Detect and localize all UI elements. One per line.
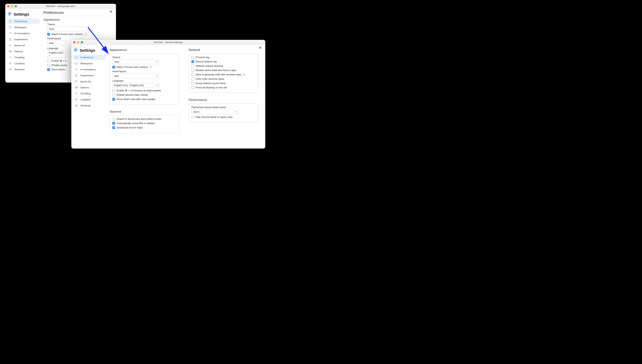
js-maps-row[interactable]: JavaScript source maps — [112, 126, 176, 129]
nav-throttling[interactable]: Throttling — [7, 55, 40, 60]
theme-select[interactable]: Auto ▼ — [47, 26, 92, 31]
nav-label: Throttling — [80, 92, 91, 95]
nav-label: AI innovations — [80, 68, 96, 71]
flame-select[interactable]: Zoom ▼ — [191, 110, 239, 114]
folder-icon — [75, 62, 78, 65]
checkbox[interactable] — [47, 60, 50, 62]
color-code-label: Color-code resource types — [196, 78, 224, 80]
nav-shortcuts[interactable]: Shortcuts — [7, 67, 40, 72]
disable-pause-row[interactable]: Disable paused state overlay — [112, 94, 176, 96]
nav-shortcuts[interactable]: Shortcuts — [73, 103, 106, 108]
checkbox-checked[interactable] — [191, 60, 194, 63]
checkbox[interactable] — [191, 116, 194, 118]
enable-shortcut-label: Enable ⌘ + 1- — [51, 60, 67, 62]
nav-devices[interactable]: Devices — [73, 85, 106, 90]
gear-icon — [9, 20, 12, 23]
settings-title: Settings — [14, 12, 29, 16]
checkbox-checked[interactable] — [112, 122, 115, 125]
preserve-log-row[interactable]: Preserve log — [191, 56, 256, 59]
pin-icon — [9, 62, 12, 65]
force-adblock-row[interactable]: Force ad blocking on this site — [191, 86, 256, 89]
svg-point-1 — [9, 13, 10, 14]
request-blocking-row[interactable]: Network request blocking — [191, 64, 256, 67]
checkbox[interactable] — [191, 82, 194, 84]
checkbox-checked[interactable] — [47, 68, 50, 71]
theme-value: Auto — [114, 60, 119, 63]
language-select[interactable]: English (US) - I — [47, 50, 66, 58]
minimize-dot[interactable] — [77, 41, 79, 44]
sources-title: Sources — [110, 110, 179, 114]
checkbox[interactable] — [191, 78, 194, 80]
flame-value: Zoom — [193, 110, 199, 113]
close-dot[interactable] — [7, 5, 10, 7]
nav-label: Experiments — [80, 74, 94, 77]
zoom-dot[interactable] — [81, 41, 83, 44]
disable-pause-label: Disable pause — [51, 64, 67, 66]
nav-ai[interactable]: AI innovations — [7, 31, 40, 36]
nav-experiments[interactable]: Experiments — [73, 73, 106, 78]
nav-devices[interactable]: Devices — [7, 49, 40, 54]
nav-throttling[interactable]: Throttling — [73, 91, 106, 96]
nav-locations[interactable]: Locations — [7, 61, 40, 66]
group-frame-row[interactable]: Group network log by frame — [191, 82, 256, 84]
panel-layout-select[interactable]: auto — [47, 40, 66, 45]
nav-preferences[interactable]: Preferences — [7, 18, 40, 24]
disable-cache-row[interactable]: Disable cache while DevTools is open — [191, 69, 256, 72]
titlebar[interactable]: DevTools - chrome://settings/ — [71, 40, 265, 45]
left-column: Appearance Theme: Auto ▼ Match Chrome co… — [110, 47, 179, 133]
theme-select[interactable]: Auto ▼ — [112, 60, 159, 64]
nav-label: Shortcuts — [80, 104, 91, 107]
traffic-lights[interactable] — [73, 41, 83, 44]
close-dot[interactable] — [73, 41, 76, 44]
performance-card: Flamechart mouse wheel action: Zoom ▼ Hi… — [189, 104, 258, 122]
devtools-logo-icon — [74, 48, 78, 53]
auto-reveal-row[interactable]: Automatically reveal files in sidebar — [112, 122, 176, 125]
nav-preferences[interactable]: Preferences — [73, 55, 106, 60]
settings-sidebar: Settings Preferences Workspace AI innova… — [5, 9, 40, 82]
checkbox-checked[interactable] — [47, 33, 50, 36]
language-select[interactable]: English (US) - English (US) ▼ — [112, 83, 159, 88]
checkbox[interactable] — [191, 86, 194, 89]
record-log-row[interactable]: Record network log — [191, 60, 256, 63]
minimize-dot[interactable] — [11, 5, 13, 7]
traffic-lights[interactable] — [7, 5, 17, 7]
hide-chrome-frame-row[interactable]: Hide chrome frame in Layers view — [191, 116, 256, 118]
help-icon[interactable] — [149, 66, 152, 68]
nav-locations[interactable]: Locations — [73, 97, 106, 102]
checkbox[interactable] — [47, 64, 50, 66]
checkbox[interactable] — [191, 56, 194, 59]
enable-shortcut-row[interactable]: Enable ⌘ + 1-9 shortcut to switch panels — [112, 89, 176, 92]
search-anon-row[interactable]: Search in anonymous and content scripts — [112, 118, 176, 120]
checkbox-checked[interactable] — [112, 66, 115, 68]
titlebar[interactable]: DevTools - www.google.com/ — [5, 4, 116, 9]
panel-layout-select[interactable]: auto ▼ — [112, 74, 159, 78]
appearance-card: Theme: Auto ▼ Match Chrome color scheme … — [110, 54, 179, 104]
checkbox[interactable] — [112, 89, 115, 92]
match-chrome-row[interactable]: Match Chrome color scheme — [112, 66, 176, 68]
checkbox-checked[interactable] — [112, 126, 115, 129]
nav-workspace[interactable]: Workspace — [73, 61, 106, 66]
match-chrome-row[interactable]: Match Chrome color scheme — [47, 33, 113, 36]
main-panel: ✕ Appearance Theme: Auto ▼ Match Chrome … — [106, 45, 265, 148]
checkbox[interactable] — [112, 94, 115, 96]
nav-experiments[interactable]: Experiments — [7, 37, 40, 42]
group-frame-label: Group network log by frame — [196, 82, 226, 84]
har-sensitive-row[interactable]: Allow to generate HAR with sensitive dat… — [191, 73, 256, 76]
help-icon[interactable] — [243, 73, 245, 76]
checkbox[interactable] — [191, 73, 194, 76]
checkbox[interactable] — [191, 65, 194, 67]
close-icon[interactable]: ✕ — [259, 46, 262, 50]
nav-ignore[interactable]: Ignore list — [73, 79, 106, 84]
zoom-dot[interactable] — [15, 5, 17, 7]
help-icon[interactable] — [84, 33, 87, 36]
checkbox-checked[interactable] — [112, 98, 115, 100]
checkbox[interactable] — [112, 118, 115, 120]
nav-ai[interactable]: AI innovations — [73, 67, 106, 72]
show-whats-new-row[interactable]: Show what's new after each update — [112, 98, 176, 100]
color-code-row[interactable]: Color-code resource types — [191, 78, 256, 80]
close-icon[interactable]: ✕ — [109, 10, 113, 14]
svg-rect-13 — [75, 105, 77, 106]
nav-ignore[interactable]: Ignore list — [7, 43, 40, 48]
nav-workspace[interactable]: Workspace — [7, 25, 40, 30]
checkbox[interactable] — [191, 69, 194, 72]
